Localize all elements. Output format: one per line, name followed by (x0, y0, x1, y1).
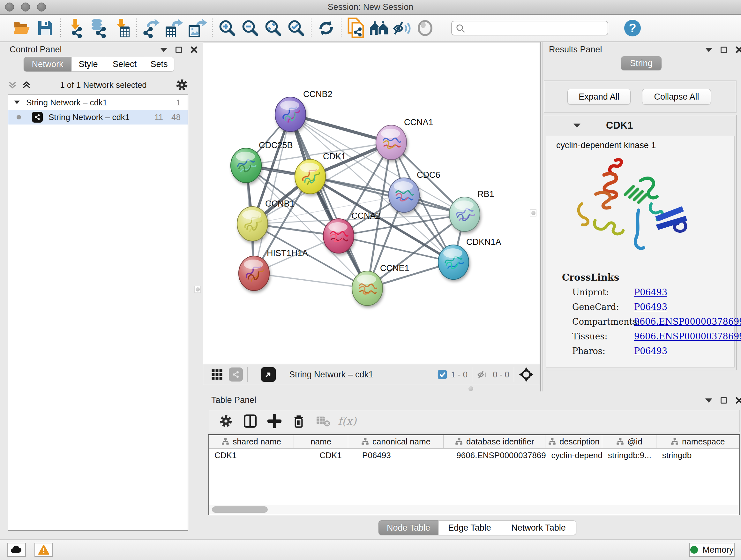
network-edge[interactable] (254, 273, 367, 288)
crosslink-link[interactable]: P06493 (634, 302, 667, 312)
network-node-CDKN1A[interactable]: CDKN1A (438, 237, 501, 279)
column-header[interactable]: canonical name (348, 435, 444, 448)
open-file-icon[interactable] (11, 17, 34, 39)
show-graphics-details-icon[interactable] (414, 17, 436, 39)
import-network-database-icon[interactable] (87, 17, 110, 39)
tab-network[interactable]: Network (23, 57, 71, 71)
hide-graphics-details-icon[interactable] (391, 17, 414, 39)
gene-section-header[interactable]: CDK1 (544, 115, 736, 136)
tab-string[interactable]: String (621, 56, 662, 70)
select-columns-icon[interactable] (238, 411, 262, 431)
network-row[interactable]: String Network – cdk1 11 48 (8, 110, 188, 125)
minimize-window-button[interactable] (21, 3, 30, 11)
zoom-in-icon[interactable] (216, 17, 239, 39)
right-splitter-handle[interactable] (530, 209, 536, 216)
network-node-CCNB2[interactable]: CCNB2 (275, 89, 333, 132)
float-panel-icon[interactable] (721, 47, 727, 53)
scrollbar-thumb[interactable] (212, 506, 268, 513)
zoom-selected-icon[interactable] (285, 17, 308, 39)
crosslink-link[interactable]: P06493 (634, 287, 667, 297)
network-edge[interactable] (290, 114, 367, 288)
maximize-window-button[interactable] (37, 3, 46, 11)
tab-select[interactable]: Select (105, 57, 144, 71)
gear-icon[interactable] (176, 78, 188, 91)
hidden-elements-icon[interactable] (477, 369, 489, 380)
network-collection-row[interactable]: String Network – cdk1 1 (8, 95, 188, 110)
table-row[interactable]: CDK1 CDK1 P06493 9606.ENSP00000378699 cy… (209, 449, 739, 462)
import-table-icon[interactable] (110, 17, 133, 39)
selected-nodes-checkbox-icon[interactable] (437, 369, 448, 380)
column-header[interactable]: @id (602, 435, 657, 448)
crosslink-link[interactable]: P06493 (634, 346, 667, 356)
panel-menu-icon[interactable] (705, 48, 712, 52)
export-table-icon[interactable] (163, 17, 186, 39)
help-icon[interactable]: ? (621, 17, 644, 39)
memory-button[interactable]: Memory (689, 543, 735, 557)
column-header[interactable]: shared name (209, 435, 294, 448)
grid-view-icon[interactable] (211, 368, 223, 381)
crosslink-link[interactable]: 9606.ENSP00000378699 (634, 331, 741, 341)
table-settings-gear-icon[interactable] (214, 411, 238, 431)
network-node-CCNA1[interactable]: CCNA1 (376, 118, 433, 160)
string-protein-query-icon[interactable] (345, 17, 367, 39)
close-panel-icon[interactable] (190, 46, 198, 54)
cloud-button[interactable] (7, 543, 26, 557)
tab-sets[interactable]: Sets (144, 57, 174, 71)
table-cell[interactable]: cyclin-dependent ... (546, 449, 603, 462)
network-node-CDC25B[interactable]: CDC25B (231, 140, 293, 183)
tab-network-table[interactable]: Network Table (501, 520, 576, 535)
network-view-icon[interactable] (229, 368, 243, 381)
save-session-icon[interactable] (34, 17, 57, 39)
crosslink-link[interactable]: 9606.ENSP00000378699 (634, 317, 741, 327)
float-panel-icon[interactable] (721, 397, 727, 403)
left-splitter-handle[interactable] (194, 286, 201, 293)
close-panel-icon[interactable] (735, 396, 741, 404)
table-cell[interactable]: CDK1 (294, 449, 348, 462)
collapse-all-icon[interactable] (8, 80, 17, 89)
table-cell[interactable]: CDK1 (209, 449, 294, 462)
panel-menu-icon[interactable] (705, 398, 712, 402)
add-column-icon[interactable] (262, 411, 286, 431)
tab-style[interactable]: Style (71, 57, 105, 71)
float-panel-icon[interactable] (176, 47, 182, 53)
table-cell[interactable]: 9606.ENSP00000378699 (444, 449, 545, 462)
results-buttons-box: Expand All Collapse All (544, 80, 737, 113)
birds-eye-view-icon[interactable] (261, 367, 276, 382)
refresh-network-icon[interactable] (315, 17, 338, 39)
import-network-icon[interactable] (64, 17, 87, 39)
tab-node-table[interactable]: Node Table (379, 520, 439, 535)
table-cell[interactable]: P06493 (348, 449, 444, 462)
close-panel-icon[interactable] (735, 46, 741, 54)
node-position-icon[interactable] (519, 367, 534, 382)
table-cell[interactable]: stringdb:9... (602, 449, 657, 462)
tab-edge-table[interactable]: Edge Table (439, 520, 501, 535)
export-network-icon[interactable] (140, 17, 163, 39)
network-node-RB1[interactable]: RB1 (449, 189, 494, 232)
column-header[interactable]: description (545, 435, 602, 448)
search-input[interactable] (451, 21, 608, 36)
expand-all-button[interactable]: Expand All (567, 89, 630, 105)
collapse-all-button[interactable]: Collapse All (642, 89, 711, 105)
column-header[interactable]: name (294, 435, 348, 448)
column-header[interactable]: namespace (657, 435, 739, 448)
table-horizontal-scrollbar[interactable] (209, 505, 738, 514)
network-node-CDK1[interactable]: CDK1 (295, 152, 346, 194)
network-canvas[interactable]: CCNB2CCNA1CDC25BCDK1CDC6RB1CCNB1CCNA2CDK… (203, 42, 540, 364)
network-node-HIST1H1A[interactable]: HIST1H1A (239, 248, 308, 291)
export-image-icon[interactable] (186, 17, 209, 39)
show-home-panels-icon[interactable] (367, 17, 391, 39)
warning-button[interactable] (35, 543, 53, 557)
network-node-CCNE1[interactable]: CCNE1 (352, 263, 409, 306)
collapse-section-icon[interactable] (574, 124, 581, 128)
close-window-button[interactable] (5, 3, 14, 11)
panel-menu-icon[interactable] (160, 48, 167, 52)
bottom-splitter-handle[interactable] (468, 386, 473, 391)
expand-all-icon[interactable] (22, 80, 31, 89)
delete-column-icon[interactable] (286, 411, 311, 431)
zoom-fit-icon[interactable] (262, 17, 285, 39)
table-cell[interactable]: stringdb (657, 449, 739, 462)
collection-expand-icon[interactable] (13, 99, 20, 106)
column-header[interactable]: database identifier (444, 435, 545, 448)
zoom-out-icon[interactable] (239, 17, 262, 39)
network-name: String Network – cdk1 (49, 112, 154, 122)
